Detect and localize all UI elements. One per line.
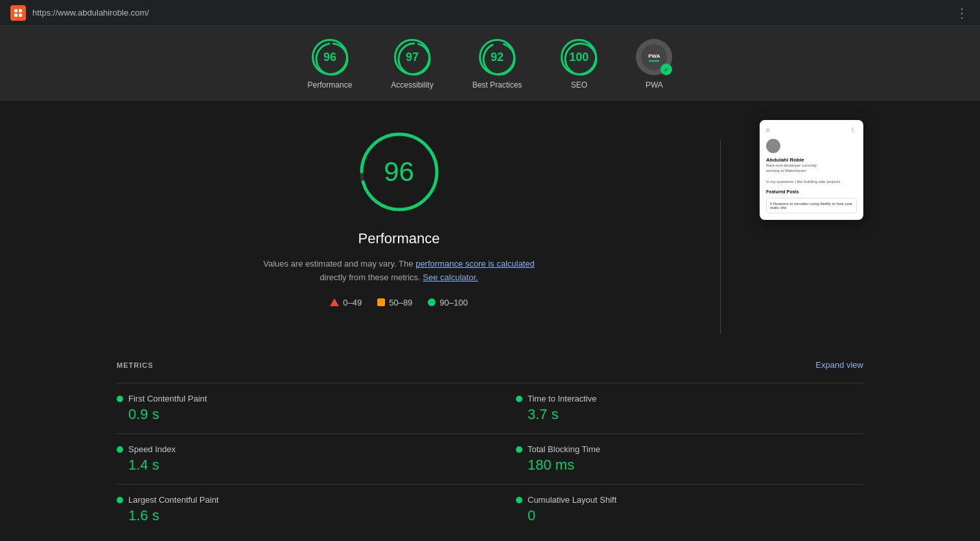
expand-view-button[interactable]: Expand view	[815, 360, 863, 370]
score-legend: 0–49 50–89 90–100	[330, 298, 467, 307]
metric-name-tbt: Total Blocking Time	[528, 444, 600, 454]
more-options-button[interactable]: ⋮	[955, 5, 970, 21]
svg-point-5	[399, 43, 430, 75]
metric-dot-tti	[516, 396, 522, 402]
svg-point-4	[316, 43, 347, 75]
preview-avatar	[766, 139, 780, 153]
metric-tti: Time to Interactive 3.7 s	[490, 383, 863, 433]
vertical-divider	[720, 139, 721, 334]
accessibility-circle: 97	[394, 39, 430, 75]
main-content: 96 Performance Values are estimated and …	[0, 101, 980, 360]
metric-value-tbt: 180 ms	[528, 457, 863, 474]
legend-orange: 50–89	[377, 298, 412, 307]
metric-name-fcp: First Contentful Paint	[128, 394, 207, 403]
metric-lcp: Largest Contentful Paint 1.6 s	[117, 484, 490, 535]
red-icon	[330, 298, 339, 306]
metric-name-tti: Time to Interactive	[528, 394, 596, 403]
svg-point-6	[484, 43, 515, 75]
preview-featured: Featured Posts	[766, 189, 857, 194]
preview-card: ≡ ☾ Abdulahi Roble Back-end developer cu…	[760, 120, 863, 220]
score-tabs: 96 Performance 97 Accessibility 92 Best …	[0, 26, 980, 101]
big-score-circle: 96	[354, 126, 445, 217]
metric-fcp: First Contentful Paint 0.9 s	[117, 383, 490, 433]
metric-value-fcp: 0.9 s	[128, 406, 464, 423]
seo-circle: 100	[561, 39, 597, 75]
app-logo	[10, 5, 26, 21]
metrics-header: METRICS Expand view	[117, 360, 863, 370]
preview-desc: Back-end developer currently working at …	[766, 163, 857, 174]
svg-rect-1	[19, 9, 22, 12]
metric-name-cls: Cumulative Layout Shift	[528, 495, 616, 505]
score-seo[interactable]: 100 SEO	[561, 39, 597, 90]
best-practices-circle: 92	[479, 39, 515, 75]
performance-title: Performance	[358, 230, 440, 247]
preview-post: 5 Reasons to consider using Netlify to h…	[766, 198, 857, 213]
metric-dot-fcp	[117, 396, 123, 402]
performance-panel: 96 Performance Values are estimated and …	[117, 126, 681, 307]
green-icon	[428, 298, 436, 306]
metrics-grid: First Contentful Paint 0.9 s Time to Int…	[117, 383, 863, 535]
metric-dot-tbt	[516, 446, 522, 453]
svg-rect-2	[14, 14, 18, 17]
metric-value-si: 1.4 s	[128, 457, 464, 474]
metric-name-si: Speed Index	[128, 444, 176, 454]
big-score-value: 96	[384, 156, 414, 187]
metrics-title: METRICS	[117, 361, 154, 369]
score-performance[interactable]: 96 Performance	[308, 39, 353, 90]
metric-value-cls: 0	[528, 507, 863, 524]
metric-dot-si	[117, 446, 123, 453]
preview-name: Abdulahi Roble	[766, 157, 857, 163]
score-pwa[interactable]: PWA ✓ PWA	[636, 39, 672, 90]
pwa-badge: ✓	[660, 64, 672, 75]
metric-dot-lcp	[117, 497, 123, 503]
metric-cls: Cumulative Layout Shift 0	[490, 484, 863, 535]
metrics-section: METRICS Expand view First Contentful Pai…	[0, 360, 980, 541]
top-bar: https://www.abdulahiroble.com/ ⋮	[0, 0, 980, 26]
svg-rect-0	[14, 9, 18, 12]
perf-score-link[interactable]: performance score is calculated	[415, 259, 535, 269]
svg-point-7	[565, 43, 596, 75]
preview-topbar: ≡ ☾	[766, 126, 857, 134]
top-bar-left: https://www.abdulahiroble.com/	[10, 5, 149, 21]
performance-description: Values are estimated and may vary. The p…	[257, 258, 542, 285]
metric-value-lcp: 1.6 s	[128, 507, 464, 524]
metric-tbt: Total Blocking Time 180 ms	[490, 433, 863, 484]
pwa-circle: PWA ✓	[636, 39, 672, 75]
performance-circle: 96	[312, 39, 348, 75]
svg-rect-3	[19, 14, 22, 17]
legend-red: 0–49	[330, 298, 362, 307]
metric-name-lcp: Largest Contentful Paint	[128, 495, 218, 505]
calculator-link[interactable]: See calculator.	[423, 272, 478, 282]
legend-green: 90–100	[428, 298, 467, 307]
url-display: https://www.abdulahiroble.com/	[32, 8, 149, 18]
site-preview: ≡ ☾ Abdulahi Roble Back-end developer cu…	[760, 120, 863, 220]
metric-dot-cls	[516, 497, 522, 503]
metric-si: Speed Index 1.4 s	[117, 433, 490, 484]
metric-value-tti: 3.7 s	[528, 406, 863, 423]
score-accessibility[interactable]: 97 Accessibility	[391, 39, 433, 90]
orange-icon	[377, 298, 385, 306]
preview-desc2: In my sparetime I like building side pro…	[766, 179, 857, 184]
score-best-practices[interactable]: 92 Best Practices	[472, 39, 522, 90]
